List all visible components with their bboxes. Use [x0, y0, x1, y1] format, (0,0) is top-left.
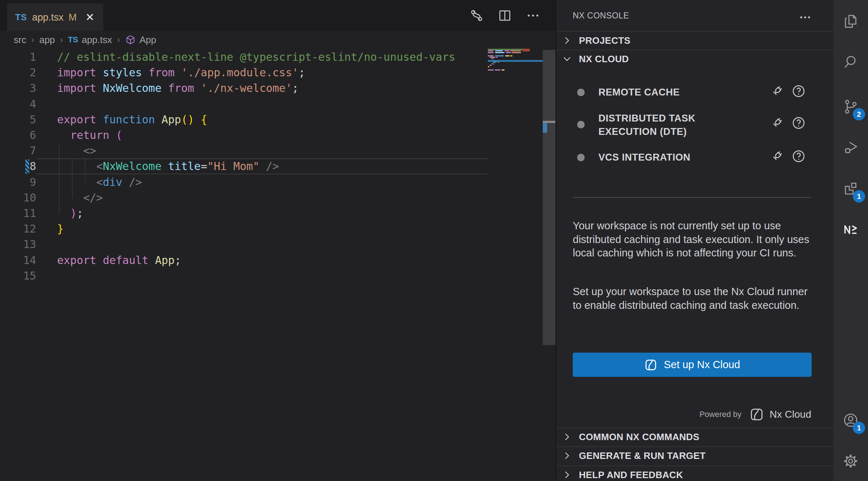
minimap-code-row	[495, 69, 500, 71]
nx-console-icon[interactable]	[833, 212, 868, 248]
chevron-right-icon	[561, 450, 573, 462]
code-line[interactable]: 11 );	[0, 205, 487, 221]
line-number: 11	[0, 205, 36, 221]
breadcrumb-src[interactable]: src	[14, 34, 26, 46]
setup-nx-cloud-button[interactable]: Set up Nx Cloud	[573, 353, 812, 377]
nx-cloud-brand-label: Nx Cloud	[770, 409, 811, 420]
git-modified-indicator: M	[69, 12, 77, 23]
breadcrumb-app[interactable]: app	[39, 34, 55, 46]
line-number: 7	[0, 143, 36, 159]
tab-app-tsx[interactable]: TS app.tsx M ✕	[7, 4, 103, 31]
run-debug-icon[interactable]	[833, 129, 868, 165]
code-line-text: <div />	[57, 174, 142, 190]
more-actions-icon[interactable]	[525, 8, 541, 24]
editor-toolbar	[469, 0, 541, 31]
source-control-badge: 2	[853, 108, 865, 120]
nx-cloud-logo-icon	[749, 407, 764, 422]
code-line[interactable]: 8 <NxWelcome title="Hi Mom" />	[0, 158, 487, 174]
accounts-icon[interactable]: 1	[833, 402, 868, 438]
indent-guide	[72, 158, 73, 198]
code-line[interactable]: 1// eslint-disable-next-line @typescript…	[0, 49, 487, 65]
indent-guide	[85, 158, 86, 182]
help-circle-icon[interactable]	[791, 83, 807, 99]
scrollbar-thumb[interactable]	[543, 50, 555, 345]
status-dot	[577, 154, 585, 161]
code-line-text: <>	[57, 143, 96, 159]
section-projects[interactable]: PROJECTS	[557, 31, 833, 49]
line-number: 10	[0, 190, 36, 206]
minimap-code-row	[498, 61, 499, 63]
nx-console-panel: NX CONSOLE PROJECTS NX CLOUD REMOTE CACH…	[557, 0, 833, 481]
extensions-badge: 1	[853, 190, 865, 203]
open-changes-icon[interactable]	[469, 8, 485, 24]
minimap-code-row	[506, 52, 511, 53]
symbol-module-icon	[125, 34, 136, 45]
breadcrumb-separator: ›	[60, 35, 63, 45]
breadcrumb-file[interactable]: TS app.tsx	[68, 34, 112, 46]
code-line[interactable]: 13	[0, 237, 487, 252]
panel-title: NX CONSOLE	[573, 11, 629, 21]
search-icon[interactable]	[833, 44, 868, 80]
minimap-code-row	[495, 55, 504, 56]
chevron-down-icon	[561, 53, 573, 65]
minimap-code-row	[488, 66, 489, 67]
minimap-code-row	[488, 50, 494, 51]
indent-guide	[59, 143, 60, 214]
panel-more-actions-icon[interactable]	[798, 10, 812, 25]
code-line[interactable]: 10 </>	[0, 190, 487, 206]
minimap-code-row	[512, 52, 521, 53]
code-line[interactable]: 6 return (	[0, 127, 487, 143]
accounts-badge: 1	[853, 422, 865, 434]
code-line[interactable]: 12}	[0, 221, 487, 237]
close-icon[interactable]: ✕	[85, 12, 94, 23]
nx-item-remote-cache: REMOTE CACHE	[598, 86, 754, 99]
panel-divider	[573, 197, 811, 198]
code-line-text: export function App() {	[57, 112, 207, 128]
help-circle-icon[interactable]	[791, 148, 807, 164]
code-line[interactable]: 14export default App;	[0, 252, 487, 268]
line-number: 6	[0, 127, 36, 143]
help-circle-icon[interactable]	[791, 115, 807, 131]
code-line[interactable]: 9 <div />	[0, 174, 487, 190]
section-help-and-feedback[interactable]: HELP AND FEEDBACK	[557, 465, 833, 481]
workspace-status-text: Your workspace is not currently set up t…	[573, 219, 817, 260]
line-number: 12	[0, 221, 36, 237]
minimap-code-row	[488, 52, 494, 53]
line-number: 13	[0, 237, 36, 252]
settings-gear-icon[interactable]	[833, 443, 868, 479]
vscode-window: TS app.tsx M ✕	[0, 0, 868, 481]
code-line[interactable]: 15	[0, 268, 487, 284]
code-line[interactable]: 4	[0, 96, 487, 112]
minimap-code-row	[495, 50, 503, 51]
breadcrumb-separator: ›	[117, 35, 120, 45]
minimap[interactable]	[488, 49, 543, 75]
code-line[interactable]: 2import styles from './app.module.css';	[0, 65, 487, 81]
minimap-code-row	[491, 63, 494, 64]
section-generate-run-target[interactable]: GENERATE & RUN TARGET	[557, 446, 833, 464]
code-line[interactable]: 5export function App() {	[0, 112, 487, 128]
minimap-code-row	[488, 55, 494, 56]
nx-cloud-logo-icon	[644, 358, 657, 371]
explorer-icon[interactable]	[833, 3, 868, 39]
connect-plug-icon[interactable]	[769, 115, 785, 131]
minimap-code-row	[490, 57, 495, 58]
activity-bar: 2 1	[833, 0, 868, 481]
minimap-code-row	[505, 55, 510, 56]
source-control-icon[interactable]: 2	[833, 89, 868, 125]
code-line-text: );	[57, 205, 83, 221]
nx-item-dte: DISTRIBUTED TASK EXECUTION (DTE)	[598, 112, 747, 139]
section-nx-cloud[interactable]: NX CLOUD	[557, 50, 833, 68]
connect-plug-icon[interactable]	[769, 148, 785, 164]
setup-instruction-text: Set up your workspace to use the Nx Clou…	[573, 285, 817, 312]
breadcrumb-symbol-app[interactable]: App	[125, 34, 156, 46]
split-editor-icon[interactable]	[497, 8, 513, 24]
extensions-icon[interactable]: 1	[833, 171, 868, 207]
code-line-text: </>	[57, 190, 103, 206]
code-line[interactable]: 7 <>	[0, 143, 487, 159]
code-line[interactable]: 3import NxWelcome from './nx-welcome';	[0, 80, 487, 96]
typescript-file-icon: TS	[68, 35, 78, 44]
code-editor[interactable]: 1// eslint-disable-next-line @typescript…	[0, 48, 555, 481]
minimap-code-row	[495, 52, 504, 53]
section-common-nx-commands[interactable]: COMMON NX COMMANDS	[557, 427, 833, 446]
connect-plug-icon[interactable]	[769, 83, 785, 99]
